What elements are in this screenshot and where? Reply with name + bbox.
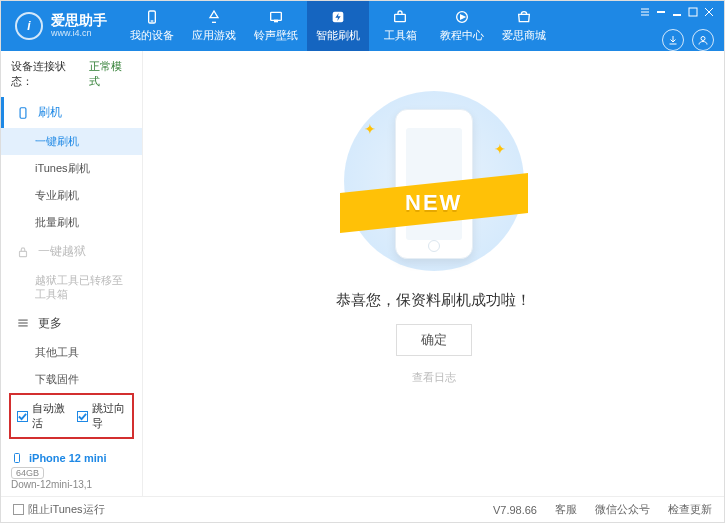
brand-zone: i 爱思助手 www.i4.cn <box>1 1 121 51</box>
svg-rect-19 <box>20 107 26 118</box>
store-icon <box>515 9 533 25</box>
connection-status: 设备连接状态： 正常模式 <box>1 51 142 97</box>
checkbox-skip-guide[interactable]: 跳过向导 <box>77 401 127 431</box>
device-storage-badge: 64GB <box>11 467 44 479</box>
sidebar-item-batch-flash[interactable]: 批量刷机 <box>1 209 142 236</box>
checkbox-auto-activate[interactable]: 自动激活 <box>17 401 67 431</box>
version-label: V7.98.66 <box>493 504 537 516</box>
main-content: ✦ ✦ NEW 恭喜您，保资料刷机成功啦！ 确定 查看日志 <box>143 51 724 496</box>
sidebar-section-flash[interactable]: 刷机 <box>1 97 142 128</box>
app-title: 爱思助手 <box>51 13 107 28</box>
sidebar-item-other-tools[interactable]: 其他工具 <box>1 339 142 366</box>
sidebar-item-pro-flash[interactable]: 专业刷机 <box>1 182 142 209</box>
sidebar: 设备连接状态： 正常模式 刷机 一键刷机 iTunes刷机 专业刷机 批量刷机 … <box>1 51 143 496</box>
list-icon <box>16 316 30 330</box>
svg-rect-4 <box>275 20 278 21</box>
lock-icon <box>16 245 30 259</box>
svg-marker-8 <box>461 15 465 19</box>
app-url: www.i4.cn <box>51 29 107 39</box>
maximize-icon[interactable] <box>688 7 698 17</box>
ok-button[interactable]: 确定 <box>396 324 472 356</box>
phone-outline-icon <box>16 106 30 120</box>
sidebar-jailbreak-note: 越狱工具已转移至工具箱 <box>1 267 142 308</box>
sidebar-section-jailbreak: 一键越狱 <box>1 236 142 267</box>
device-icon <box>11 451 23 465</box>
svg-rect-14 <box>689 8 697 16</box>
tutorial-icon <box>453 9 471 25</box>
phone-icon <box>143 9 161 25</box>
svg-rect-6 <box>395 14 406 21</box>
footer-bar: 阻止iTunes运行 V7.98.66 客服 微信公众号 检查更新 <box>1 496 724 522</box>
device-name: iPhone 12 mini <box>29 452 107 464</box>
svg-rect-20 <box>20 251 27 256</box>
top-nav: 我的设备 应用游戏 铃声壁纸 智能刷机 工具箱 教程中心 爱思商城 <box>121 1 630 51</box>
apps-icon <box>205 9 223 25</box>
menu-icon[interactable] <box>640 7 650 17</box>
success-illustration: ✦ ✦ NEW <box>344 91 524 271</box>
success-message: 恭喜您，保资料刷机成功啦！ <box>336 291 531 310</box>
nav-device[interactable]: 我的设备 <box>121 1 183 51</box>
sidebar-section-more[interactable]: 更多 <box>1 308 142 339</box>
device-firmware: Down-12mini-13,1 <box>11 479 132 490</box>
sidebar-item-onekey-flash[interactable]: 一键刷机 <box>1 128 142 155</box>
download-button[interactable] <box>662 29 684 51</box>
checkbox-block-itunes[interactable]: 阻止iTunes运行 <box>13 502 105 517</box>
sidebar-item-download-fw[interactable]: 下载固件 <box>1 366 142 387</box>
close-icon[interactable] <box>704 7 714 17</box>
nav-store[interactable]: 爱思商城 <box>493 1 555 51</box>
footer-service[interactable]: 客服 <box>555 502 577 517</box>
footer-update[interactable]: 检查更新 <box>668 502 712 517</box>
minimize-icon[interactable] <box>672 7 682 17</box>
nav-ringtone[interactable]: 铃声壁纸 <box>245 1 307 51</box>
wallpaper-icon <box>267 9 285 25</box>
options-highlight-box: 自动激活 跳过向导 <box>9 393 134 439</box>
svg-rect-24 <box>15 454 20 463</box>
user-button[interactable] <box>692 29 714 51</box>
connected-device[interactable]: iPhone 12 mini 64GB Down-12mini-13,1 <box>1 445 142 496</box>
nav-apps[interactable]: 应用游戏 <box>183 1 245 51</box>
flash-icon <box>329 9 347 25</box>
nav-tutorials[interactable]: 教程中心 <box>431 1 493 51</box>
view-log-link[interactable]: 查看日志 <box>412 370 456 385</box>
nav-flash[interactable]: 智能刷机 <box>307 1 369 51</box>
svg-point-18 <box>701 37 705 41</box>
nav-toolbox[interactable]: 工具箱 <box>369 1 431 51</box>
title-bar: i 爱思助手 www.i4.cn 我的设备 应用游戏 铃声壁纸 智能刷机 工具箱 <box>1 1 724 51</box>
title-right <box>630 1 724 51</box>
svg-rect-3 <box>271 12 282 20</box>
pin-icon[interactable] <box>656 7 666 17</box>
footer-wechat[interactable]: 微信公众号 <box>595 502 650 517</box>
toolbox-icon <box>391 9 409 25</box>
sidebar-item-itunes-flash[interactable]: iTunes刷机 <box>1 155 142 182</box>
logo-icon: i <box>15 12 43 40</box>
